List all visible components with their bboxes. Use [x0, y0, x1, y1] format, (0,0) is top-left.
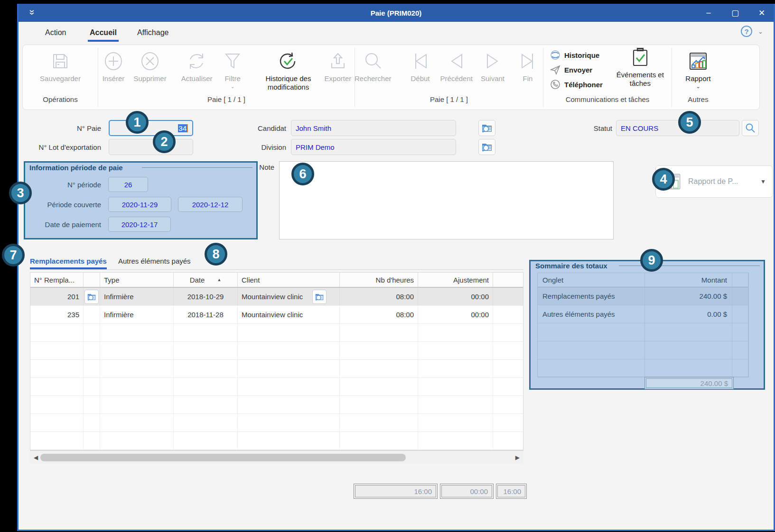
scroll-right-icon[interactable]: ▶ — [515, 454, 520, 461]
callout-7: 7 — [2, 244, 25, 266]
periode-from-field[interactable]: 2020-11-29 — [108, 197, 171, 212]
maximize-button[interactable]: ▢ — [730, 8, 740, 18]
cell-empty — [493, 378, 523, 395]
no-periode-field[interactable]: 26 — [108, 177, 148, 192]
cell-empty — [174, 360, 238, 377]
sommaire-header-row: Onglet Montant — [538, 273, 748, 287]
sommaire-onglet: Remplacements payés — [538, 287, 645, 305]
minimize-button[interactable]: – — [703, 8, 714, 18]
delete-button[interactable]: Supprimer — [131, 49, 169, 84]
cell-empty — [30, 432, 84, 449]
previous-record-button[interactable]: Précédent — [440, 49, 473, 84]
date-paiement-field[interactable]: 2020-12-17 — [108, 217, 171, 232]
menu-tab-action[interactable]: Action — [44, 27, 67, 39]
cell-client: Mountainview clinic — [238, 306, 340, 323]
cell-lookup — [84, 306, 100, 323]
col-header-icon[interactable] — [84, 273, 100, 287]
sommaire-row-empty — [538, 323, 748, 341]
cell-empty — [493, 432, 523, 449]
cell-empty — [340, 324, 418, 341]
history-icon — [550, 50, 560, 60]
rapport-paie-label: Rapport de P... — [688, 177, 755, 186]
tab-remplacements-payes[interactable]: Remplacements payés — [30, 257, 107, 265]
menu-tab-accueil[interactable]: Accueil — [89, 27, 118, 39]
col-header-no[interactable]: N° Rempla... — [30, 273, 84, 287]
note-label: Note — [223, 163, 274, 171]
close-button[interactable]: ✕ — [756, 8, 767, 18]
col-header-client[interactable]: Client — [238, 273, 340, 287]
note-textarea[interactable] — [279, 161, 614, 239]
window-title: Paie (PRIM020) — [19, 9, 774, 17]
tab-autres-elements-payes[interactable]: Autres éléments payés — [118, 257, 191, 265]
next-record-button[interactable]: Suivant — [477, 49, 508, 84]
chevron-down-icon[interactable]: ⌄ — [758, 28, 763, 35]
col-header-adjust[interactable]: Ajustement — [418, 273, 493, 287]
row-lookup-button[interactable] — [84, 290, 99, 304]
export-button[interactable]: Exporter — [321, 49, 355, 84]
ribbon-group-operations: Sauvegarder Opérations — [23, 45, 98, 110]
help-icon[interactable]: ? — [741, 26, 752, 37]
sommaire-row[interactable]: Remplacements payés 240.00 $ — [538, 287, 748, 305]
col-header-extra[interactable] — [493, 273, 523, 287]
cell-extra: 0 — [493, 288, 523, 305]
cell-empty — [30, 324, 84, 341]
insert-button[interactable]: Insérer — [98, 49, 129, 84]
callout-6: 6 — [291, 163, 314, 185]
sommaire-title: Sommaire des totaux — [535, 262, 607, 270]
last-record-icon — [517, 50, 538, 73]
title-bar: Paie (PRIM020) – ▢ ✕ — [19, 4, 774, 22]
cell-type: Infirmière — [100, 288, 174, 305]
no-paie-field[interactable]: 34 — [109, 120, 193, 136]
table-row[interactable]: 201 Infirmière 2018-10-29 Mountainview c… — [30, 288, 523, 306]
sommaire-row[interactable]: Autres éléments payés 0.00 $ — [538, 305, 748, 323]
cell-type: Infirmière — [100, 306, 174, 323]
col-header-hours[interactable]: Nb d'heures — [340, 273, 418, 287]
filter-button[interactable]: Filtre ⌄ — [217, 49, 248, 91]
cell-no: 235 — [30, 306, 84, 323]
history-button[interactable]: Historique — [550, 50, 603, 60]
save-button[interactable]: Sauvegarder — [36, 49, 84, 84]
cell-no: 201 — [30, 288, 84, 305]
events-tasks-button[interactable]: Événements et tâches — [610, 45, 670, 95]
phone-button[interactable]: Téléphoner — [550, 79, 603, 90]
cell-empty — [30, 360, 84, 377]
first-record-button[interactable]: Début — [405, 49, 436, 84]
cell-empty — [100, 360, 174, 377]
menu-tab-affichage[interactable]: Affichage — [136, 27, 169, 39]
cell-date: 2018-11-28 — [174, 306, 238, 323]
candidat-lookup-button[interactable] — [478, 120, 495, 136]
report-button[interactable]: Rapport ⌄ — [682, 49, 714, 91]
send-button[interactable]: Envoyer — [550, 64, 603, 75]
table-row[interactable]: 235 Infirmière 2018-11-28 Mountainview c… — [30, 306, 523, 324]
scrollbar-thumb[interactable] — [40, 454, 406, 461]
col-header-onglet[interactable]: Onglet — [538, 273, 645, 287]
col-header-date[interactable]: Date▲ — [174, 273, 238, 287]
folder-search-icon — [315, 292, 324, 302]
group-label-paie-edit: Paie [ 1 / 1 ] — [98, 95, 355, 110]
refresh-button[interactable]: Actualiser — [178, 49, 215, 84]
periode-to-field[interactable]: 2020-12-12 — [178, 197, 243, 212]
sommaire-blank — [732, 305, 748, 323]
no-lot-field[interactable] — [109, 139, 193, 155]
group-label-paie-nav: Paie [ 1 / 1 ] — [355, 95, 543, 110]
col-header-montant[interactable]: Montant — [645, 273, 732, 287]
col-header-type[interactable]: Type — [100, 273, 174, 287]
history-modifications-button[interactable]: Historique des modifications — [257, 49, 319, 92]
candidat-field[interactable]: John Smith — [291, 120, 456, 136]
last-record-button[interactable]: Fin — [513, 49, 543, 84]
sommaire-panel: Sommaire des totaux Onglet Montant Rempl… — [529, 260, 765, 390]
export-icon — [327, 50, 348, 73]
division-field[interactable]: PRIM Demo — [291, 139, 456, 155]
horizontal-scrollbar[interactable]: ◀ ▶ — [30, 450, 523, 464]
client-lookup-button[interactable] — [312, 290, 327, 304]
scroll-left-icon[interactable]: ◀ — [34, 454, 38, 461]
rapport-paie-chevron-icon: ▼ — [760, 178, 766, 185]
sommaire-total-box: 240.00 $ — [644, 377, 734, 389]
division-lookup-button[interactable] — [478, 139, 495, 155]
cell-empty — [238, 414, 340, 431]
menu-bar: Action Accueil Affichage ? ⌄ — [19, 22, 774, 44]
cell-empty — [493, 396, 523, 413]
statut-field[interactable]: EN COURS — [616, 120, 739, 136]
statut-search-button[interactable] — [742, 120, 759, 136]
search-record-button[interactable]: Rechercher — [355, 49, 391, 84]
